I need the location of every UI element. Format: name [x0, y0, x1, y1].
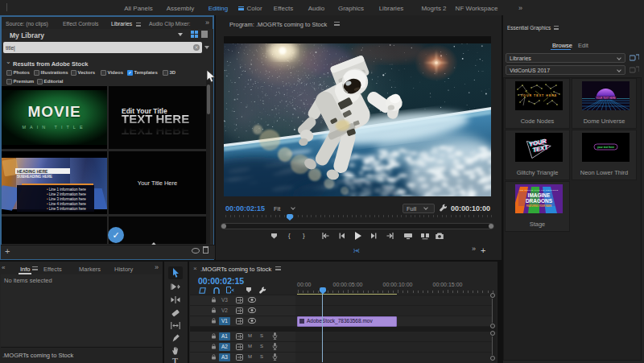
svg-text:your text here: your text here	[597, 146, 614, 149]
svg-text:DRAGONS: DRAGONS	[526, 198, 553, 204]
svg-text:IMAGINE: IMAGINE	[528, 192, 551, 198]
svg-text:FEATURING YOUR NAME: FEATURING YOUR NAME	[526, 204, 552, 208]
svg-text:WE WOULD LIKE TO WELCOME: WE WOULD LIKE TO WELCOME	[519, 189, 558, 192]
svg-text:YOUR TEXT HERE: YOUR TEXT HERE	[521, 94, 558, 97]
svg-text:YOUR TEXT HERE: YOUR TEXT HERE	[596, 97, 616, 100]
